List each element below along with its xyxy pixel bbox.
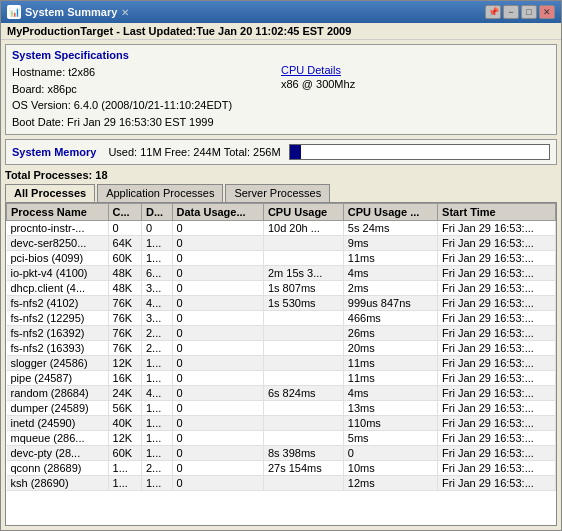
cell-0-2: 0 [141,221,172,236]
cell-17-5: 12ms [343,476,437,491]
cell-14-3: 0 [172,431,263,446]
cell-14-5: 5ms [343,431,437,446]
tab-all-processes[interactable]: All Processes [5,184,95,202]
cell-12-4 [263,401,343,416]
cell-8-3: 0 [172,341,263,356]
cell-5-2: 4... [141,296,172,311]
table-row[interactable]: fs-nfs2 (16392)76K2...026msFri Jan 29 16… [7,326,556,341]
cell-12-5: 13ms [343,401,437,416]
table-row[interactable]: fs-nfs2 (12295)76K3...0466msFri Jan 29 1… [7,311,556,326]
cell-6-2: 3... [141,311,172,326]
process-tabs: All Processes Application Processes Serv… [5,184,557,202]
spec-grid: Hostname: t2x86 Board: x86pc OS Version:… [12,64,550,130]
cpu-details-value: x86 @ 300Mhz [281,76,550,93]
cell-13-5: 110ms [343,416,437,431]
table-row[interactable]: dumper (24589)56K1...013msFri Jan 29 16:… [7,401,556,416]
spec-right: CPU Details x86 @ 300Mhz [281,64,550,130]
cell-11-6: Fri Jan 29 16:53:... [438,386,556,401]
cell-10-1: 16K [108,371,141,386]
table-row[interactable]: dhcp.client (4...48K3...01s 807ms2msFri … [7,281,556,296]
title-bar: 📊 System Summary ✕ 📌 − □ ✕ [1,1,561,23]
cell-9-6: Fri Jan 29 16:53:... [438,356,556,371]
cell-13-2: 1... [141,416,172,431]
table-row[interactable]: devc-pty (28...60K1...08s 398ms0Fri Jan … [7,446,556,461]
cell-0-1: 0 [108,221,141,236]
table-row[interactable]: fs-nfs2 (4102)76K4...01s 530ms999us 847n… [7,296,556,311]
col-data-usage[interactable]: Data Usage... [172,204,263,221]
cell-0-3: 0 [172,221,263,236]
cell-17-0: ksh (28690) [7,476,109,491]
cell-2-2: 1... [141,251,172,266]
cell-1-1: 64K [108,236,141,251]
table-row[interactable]: fs-nfs2 (16393)76K2...020msFri Jan 29 16… [7,341,556,356]
cpu-details-link[interactable]: CPU Details [281,64,550,76]
cell-16-5: 10ms [343,461,437,476]
cell-9-4 [263,356,343,371]
cell-11-1: 24K [108,386,141,401]
cell-12-2: 1... [141,401,172,416]
maximize-button[interactable]: □ [521,5,537,19]
cell-17-3: 0 [172,476,263,491]
cell-2-1: 60K [108,251,141,266]
col-d[interactable]: D... [141,204,172,221]
col-cpu-usage[interactable]: CPU Usage [263,204,343,221]
table-row[interactable]: procnto-instr-...00010d 20h ...5s 24msFr… [7,221,556,236]
pin-button[interactable]: 📌 [485,5,501,19]
col-cpu-usage-2[interactable]: CPU Usage ... [343,204,437,221]
table-row[interactable]: devc-ser8250...64K1...09msFri Jan 29 16:… [7,236,556,251]
cell-2-4 [263,251,343,266]
boot-label: Boot Date: Fri Jan 29 16:53:30 EST 1999 [12,114,281,131]
col-process-name[interactable]: Process Name [7,204,109,221]
cell-11-2: 4... [141,386,172,401]
minimize-button[interactable]: − [503,5,519,19]
col-start-time[interactable]: Start Time [438,204,556,221]
cell-16-1: 1... [108,461,141,476]
cell-1-6: Fri Jan 29 16:53:... [438,236,556,251]
status-text: MyProductionTarget - Last Updated:Tue Ja… [7,25,351,37]
cell-2-5: 11ms [343,251,437,266]
cell-8-5: 20ms [343,341,437,356]
cell-7-1: 76K [108,326,141,341]
cell-10-5: 11ms [343,371,437,386]
tab-server-processes[interactable]: Server Processes [225,184,330,202]
table-row[interactable]: slogger (24586)12K1...011msFri Jan 29 16… [7,356,556,371]
cell-16-3: 0 [172,461,263,476]
cell-9-0: slogger (24586) [7,356,109,371]
table-row[interactable]: inetd (24590)40K1...0110msFri Jan 29 16:… [7,416,556,431]
cell-10-3: 0 [172,371,263,386]
memory-title: System Memory [12,146,96,158]
cell-3-4: 2m 15s 3... [263,266,343,281]
cell-11-3: 0 [172,386,263,401]
cell-7-3: 0 [172,326,263,341]
cell-12-1: 56K [108,401,141,416]
table-row[interactable]: pci-bios (4099)60K1...011msFri Jan 29 16… [7,251,556,266]
cell-12-3: 0 [172,401,263,416]
process-table-container[interactable]: Process Name C... D... Data Usage... CPU… [5,202,557,526]
table-row[interactable]: ksh (28690)1...1...012msFri Jan 29 16:53… [7,476,556,491]
tab-close-icon[interactable]: ✕ [121,7,129,18]
cell-8-0: fs-nfs2 (16393) [7,341,109,356]
memory-panel-content: System Memory Used: 11M Free: 244M Total… [12,144,550,160]
col-c[interactable]: C... [108,204,141,221]
memory-text: Used: 11M Free: 244M Total: 256M [108,146,280,158]
cell-15-4: 8s 398ms [263,446,343,461]
table-row[interactable]: qconn (28689)1...2...027s 154ms10msFri J… [7,461,556,476]
window-title: System Summary [25,6,117,18]
close-button[interactable]: ✕ [539,5,555,19]
cell-3-2: 6... [141,266,172,281]
cell-6-3: 0 [172,311,263,326]
table-row[interactable]: io-pkt-v4 (4100)48K6...02m 15s 3...4msFr… [7,266,556,281]
cell-16-2: 2... [141,461,172,476]
tab-application-processes[interactable]: Application Processes [97,184,223,202]
cell-0-5: 5s 24ms [343,221,437,236]
table-row[interactable]: pipe (24587)16K1...011msFri Jan 29 16:53… [7,371,556,386]
cell-14-0: mqueue (286... [7,431,109,446]
cell-5-6: Fri Jan 29 16:53:... [438,296,556,311]
cell-14-6: Fri Jan 29 16:53:... [438,431,556,446]
cell-5-5: 999us 847ns [343,296,437,311]
table-row[interactable]: random (28684)24K4...06s 824ms4msFri Jan… [7,386,556,401]
cell-10-6: Fri Jan 29 16:53:... [438,371,556,386]
cell-17-2: 1... [141,476,172,491]
table-row[interactable]: mqueue (286...12K1...05msFri Jan 29 16:5… [7,431,556,446]
cell-2-0: pci-bios (4099) [7,251,109,266]
